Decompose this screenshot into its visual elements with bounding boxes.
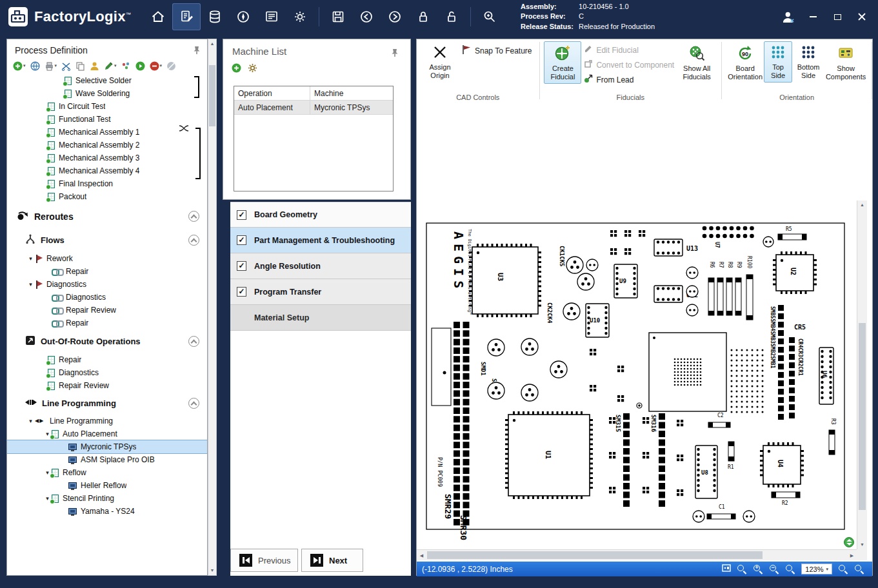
checkbox-checked-icon[interactable]: ✓ <box>237 210 246 220</box>
wizard-step-material-setup[interactable]: Material Setup <box>230 305 411 331</box>
close-button[interactable] <box>855 10 869 24</box>
tree-item-heller-reflow[interactable]: Heller Reflow <box>7 479 207 492</box>
machine-settings-button[interactable] <box>247 63 258 73</box>
tree-item-selective-solder[interactable]: Selective Solder <box>7 74 207 87</box>
assign-user-button[interactable] <box>89 61 100 71</box>
wizard-step-angle-resolution[interactable]: ✓Angle Resolution <box>230 253 411 279</box>
tree-item-packout[interactable]: Packout <box>7 190 207 203</box>
show-all-fiducials-button[interactable]: Show All Fiducials <box>677 41 717 84</box>
cad-horizontal-scrollbar[interactable]: ◀ ▶ <box>417 549 857 560</box>
tree-expanded-arrow-icon[interactable]: ▾ <box>26 418 35 424</box>
checkbox-checked-icon[interactable]: ✓ <box>237 261 246 271</box>
save-button[interactable] <box>324 3 352 30</box>
scroll-up-arrow[interactable]: ▲ <box>857 201 867 210</box>
tree-item-functional-test[interactable]: Functional Test <box>7 113 207 126</box>
tree-item-reflow[interactable]: ▾Reflow <box>7 466 207 479</box>
scrollbar-thumb[interactable] <box>427 551 763 559</box>
scroll-right-arrow[interactable]: ▶ <box>847 550 857 561</box>
tree-item-final-inspection[interactable]: Final Inspection <box>7 177 207 190</box>
settings-gear-button[interactable] <box>286 3 314 30</box>
maximize-button[interactable] <box>830 10 844 24</box>
collapse-flows-button[interactable] <box>188 235 199 246</box>
more-options-button[interactable] <box>166 61 177 71</box>
print-button[interactable]: ▾ <box>44 61 58 71</box>
user-account-button[interactable] <box>781 10 795 24</box>
board-view-icon[interactable] <box>722 564 731 574</box>
checkbox-checked-icon[interactable]: ✓ <box>237 235 246 245</box>
create-fiducial-button[interactable]: Create Fiducial <box>544 41 581 84</box>
back-button[interactable] <box>352 3 381 30</box>
bottom-side-button[interactable]: Bottom Side <box>792 41 824 83</box>
column-header-machine[interactable]: Machine <box>310 86 393 100</box>
tree-item-diagnostics[interactable]: Diagnostics <box>7 366 207 379</box>
edit-fiducial-button[interactable]: Edit Fiducial <box>581 43 641 57</box>
start-route-button[interactable] <box>135 61 146 71</box>
scroll-down-arrow[interactable]: ▼ <box>857 540 867 549</box>
copy-button[interactable] <box>75 61 86 71</box>
tree-item-asm-siplace-pro-oib[interactable]: ASM Siplace Pro OIB <box>7 453 207 466</box>
wizard-step-part-management-troubleshooting[interactable]: ✓Part Management & Troubleshooting <box>230 228 411 253</box>
pin-icon[interactable] <box>193 46 201 55</box>
top-side-button[interactable]: Top Side <box>764 41 792 83</box>
add-operation-button[interactable]: ▾ <box>12 61 26 71</box>
from-lead-button[interactable]: From Lead <box>581 72 636 87</box>
pin-icon[interactable] <box>391 48 399 57</box>
previous-button[interactable]: Previous <box>230 549 298 572</box>
zoom-selection-icon[interactable] <box>838 564 848 574</box>
tree-item-mechanical-assembly-2[interactable]: Mechanical Assembly 2 <box>7 139 207 152</box>
tree-item-mechanical-assembly-3[interactable]: Mechanical Assembly 3 <box>7 152 207 164</box>
tree-item-diagnostics[interactable]: ▾Diagnostics <box>7 278 207 291</box>
add-machine-button[interactable] <box>231 63 242 73</box>
scroll-down-arrow[interactable]: ▼ <box>208 566 216 575</box>
minimize-button[interactable] <box>806 10 820 24</box>
audit-search-button[interactable] <box>475 3 504 30</box>
wizard-step-program-transfer[interactable]: ✓Program Transfer <box>230 279 411 305</box>
show-components-button[interactable]: Show Components <box>824 41 867 84</box>
materials-database-button[interactable] <box>201 3 229 30</box>
tree-item-mechanical-assembly-4[interactable]: Mechanical Assembly 4 <box>7 164 207 177</box>
process-definition-button[interactable] <box>172 3 201 30</box>
snap-to-feature-button[interactable]: Snap To Feature <box>459 43 535 59</box>
cad-vertical-scrollbar[interactable]: ▲ ▼ <box>857 201 867 549</box>
tree-item-mycronic-tpsys[interactable]: Mycronic TPSys <box>7 440 207 453</box>
collapse-reroutes-button[interactable] <box>188 211 199 222</box>
stop-route-button[interactable]: ▾ <box>149 61 163 71</box>
tree-item-auto-placement[interactable]: ▾Auto Placement <box>7 427 207 440</box>
tree-item-repair-review[interactable]: Repair Review <box>7 379 207 392</box>
process-panel-scrollbar[interactable]: ▲ ▼ <box>208 39 217 576</box>
tree-expanded-arrow-icon[interactable]: ▾ <box>26 255 35 262</box>
tree-item-repair[interactable]: Repair <box>7 265 207 278</box>
tree-item-rework[interactable]: ▾Rework <box>7 252 207 265</box>
assign-origin-button[interactable]: Assign Origin <box>421 41 459 83</box>
scroll-left-arrow[interactable]: ◀ <box>417 550 426 561</box>
zoom-out-icon[interactable]: − <box>769 564 779 574</box>
cut-button[interactable] <box>61 61 72 71</box>
color-palette-button[interactable] <box>121 61 132 71</box>
collapse-line-programming-button[interactable] <box>188 398 199 409</box>
lock-button[interactable] <box>409 3 437 30</box>
navigation-compass-button[interactable] <box>229 3 257 30</box>
column-header-operation[interactable]: Operation <box>234 86 310 100</box>
tree-expanded-arrow-icon[interactable]: ▾ <box>26 281 35 288</box>
link-operation-button[interactable] <box>30 61 41 71</box>
unlock-button[interactable] <box>437 3 466 30</box>
checkbox-checked-icon[interactable]: ✓ <box>237 287 246 297</box>
zoom-in-icon[interactable]: + <box>753 564 763 574</box>
layer-toggle-button[interactable] <box>844 537 854 547</box>
machine-row-mycronic-tpsys[interactable]: Auto PlacementMycronic TPSys <box>234 101 393 115</box>
tree-item-in-circuit-test[interactable]: In Circuit Test <box>7 100 207 113</box>
collapse-out-of-route-button[interactable] <box>188 336 199 347</box>
format-painter-button[interactable]: ▾ <box>103 61 117 71</box>
tree-item-yamaha-ys24[interactable]: Yamaha - YS24 <box>7 505 207 518</box>
documents-button[interactable] <box>257 3 286 30</box>
tree-item-repair[interactable]: Repair <box>7 353 207 366</box>
home-button[interactable] <box>144 3 172 30</box>
tree-item-line-programming[interactable]: ▾Line Programming <box>7 415 207 427</box>
scroll-up-arrow[interactable]: ▲ <box>208 39 216 48</box>
zoom-level-select[interactable]: 123%▾ <box>801 564 832 574</box>
scrollbar-thumb[interactable] <box>209 65 215 126</box>
board-orientation-button[interactable]: 90 Board Orientation <box>726 41 764 84</box>
tree-item-repair[interactable]: Repair <box>7 317 207 329</box>
convert-to-component-button[interactable]: Convert to Component <box>581 57 677 72</box>
next-button[interactable]: Next <box>301 549 363 572</box>
